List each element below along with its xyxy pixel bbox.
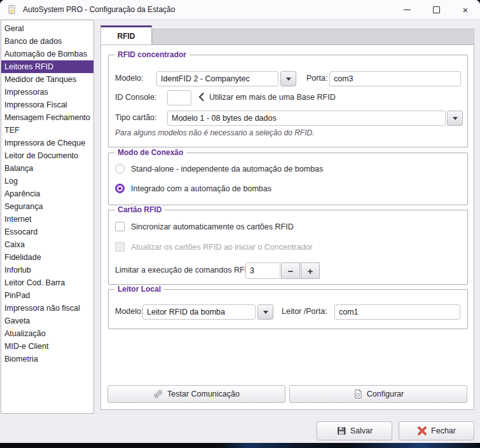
tipo-cartao-combobox[interactable]: Modelo 1 - 08 bytes de dados (167, 111, 446, 126)
sidebar-item-mensagem-fechamento[interactable]: Mensagem Fechamento (1, 111, 93, 124)
rfid-note: Para alguns modelos não é necessario a s… (115, 128, 315, 137)
testar-comunicacao-button[interactable]: Testar Comunicação (107, 385, 285, 403)
id-console-label: ID Console: (115, 93, 156, 102)
sidebar-item-impressora-fiscal[interactable]: Impressora Fiscal (1, 98, 93, 111)
tab-strip (152, 29, 474, 44)
document-gear-icon (353, 389, 363, 399)
sidebar-item-pinpad[interactable]: PinPad (1, 289, 93, 302)
sidebar-item-balanca[interactable]: Balança (1, 162, 93, 175)
radio-stand-alone-label: Stand-alone - independente da automação … (131, 165, 323, 173)
configurar-label: Configurar (367, 390, 404, 398)
sidebar-item-impressoras[interactable]: Impressoras (1, 86, 93, 98)
sidebar-item-mid-e-client[interactable]: MID-e Client (1, 340, 93, 353)
checkbox-icon (115, 242, 125, 252)
sidebar-item-banco-de-dados[interactable]: Banco de dados (1, 35, 93, 48)
sidebar-item-tef[interactable]: TEF (1, 124, 93, 137)
group-modo-conexao: Modo de Conexão Stand-alone - independen… (108, 153, 468, 205)
sidebar-item-seguranca[interactable]: Segurança (1, 200, 93, 213)
leitor-modelo-combobox[interactable]: Leitor RFID da bomba (142, 304, 256, 320)
stepper-minus-button[interactable]: − (281, 262, 300, 279)
minimize-icon (404, 10, 411, 10)
sidebar-item-leitor-cod-barra[interactable]: Leitor Cod. Barra (1, 276, 93, 289)
leitor-porta-input[interactable]: com1 (334, 304, 460, 320)
stepper-plus-button[interactable]: + (301, 262, 320, 279)
sidebar-item-gaveta[interactable]: Gaveta (1, 315, 93, 327)
desktop-edge-strip (0, 443, 480, 448)
maximize-button[interactable] (422, 0, 451, 19)
modelo-label: Modelo: (115, 74, 143, 83)
tipo-cartao-label: Tipo cartão: (115, 113, 157, 122)
leitor-porta-label: Leitor /Porta: (282, 307, 327, 316)
app-window: AutoSystem PRO - Configuração da Estação… (0, 0, 480, 444)
sidebar-item-caixa[interactable]: Caixa (1, 238, 93, 251)
checkbox-sincronizar[interactable]: Sincronizar automaticamente os cartões R… (115, 222, 294, 231)
testar-comunicacao-label: Testar Comunicação (167, 390, 240, 398)
gears-icon (153, 389, 163, 399)
window-title: AutoSystem PRO - Configuração da Estação (23, 5, 175, 14)
id-console-hint: Utilizar em mais de uma Base RFID (209, 93, 336, 102)
modelo-dropdown-button[interactable] (280, 71, 296, 86)
sidebar-item-impressora-de-cheque[interactable]: Impressora de Cheque (1, 137, 93, 149)
checkbox-atualizar[interactable]: Atualizar os cartões RFID ao iniciar o C… (115, 242, 313, 252)
sidebar-item-log[interactable]: Log (1, 175, 93, 187)
titlebar: AutoSystem PRO - Configuração da Estação… (0, 0, 480, 20)
group-cartao-rfid: Cartão RFID Sincronizar automaticamente … (108, 210, 468, 285)
close-x-icon (417, 426, 427, 436)
porta-input[interactable]: com3 (329, 71, 461, 86)
checkbox-icon (115, 222, 125, 231)
group-title-rfid-concentrador: RFID concentrador (114, 50, 189, 59)
salvar-button[interactable]: Salvar (317, 421, 392, 440)
radio-selected-icon (115, 184, 125, 193)
tipo-cartao-dropdown-button[interactable] (447, 111, 463, 126)
radio-integrado[interactable]: Integrado com a automação de bombas (115, 184, 271, 193)
limitar-label: Limitar a execução de comandos RFID: (115, 266, 255, 275)
rfid-settings-panel: RFID concentrador Modelo: IdentFID 2 - C… (100, 44, 474, 410)
leitor-modelo-label: Modelo: (115, 307, 143, 316)
group-title-leitor-local: Leitor Local (114, 285, 164, 294)
configurar-button[interactable]: Configurar (289, 385, 467, 403)
sidebar-item-impressora-nao-fiscal[interactable]: Impressora não fiscal (1, 302, 93, 315)
plus-icon: + (308, 266, 313, 276)
id-console-input[interactable] (167, 90, 191, 105)
chevron-down-icon (263, 311, 268, 314)
group-rfid-concentrador: RFID concentrador Modelo: IdentFID 2 - C… (108, 55, 468, 147)
radio-integrado-label: Integrado com a automação de bombas (131, 184, 271, 193)
fechar-button[interactable]: Fechar (399, 421, 474, 440)
sidebar-item-medidor-de-tanques[interactable]: Medidor de Tanques (1, 73, 93, 86)
minimize-button[interactable] (392, 0, 422, 19)
radio-stand-alone[interactable]: Stand-alone - independente da automação … (115, 164, 323, 173)
group-title-cartao-rfid: Cartão RFID (114, 205, 165, 214)
maximize-icon (433, 6, 440, 13)
sidebar-item-essocard[interactable]: Essocard (1, 226, 93, 238)
sidebar-item-geral[interactable]: Geral (1, 22, 93, 35)
chevron-down-icon (286, 78, 291, 81)
group-leitor-local: Leitor Local Modelo: Leitor RFID da bomb… (108, 289, 468, 329)
settings-sidebar: Geral Banco de dados Automação de Bombas… (1, 20, 94, 414)
tab-rfid[interactable]: RFID (100, 25, 152, 45)
leitor-modelo-dropdown-button[interactable] (257, 304, 273, 320)
sidebar-item-internet[interactable]: Internet (1, 213, 93, 226)
limitar-input[interactable]: 3 (245, 262, 280, 279)
porta-label: Porta: (306, 74, 327, 83)
close-button[interactable]: × (451, 0, 480, 19)
sidebar-item-aparencia[interactable]: Aparência (1, 187, 93, 200)
sidebar-item-leitores-rfid[interactable]: Leitores RFID (1, 60, 93, 73)
app-icon (7, 4, 17, 15)
radio-unselected-icon (115, 164, 125, 173)
checkbox-sincronizar-label: Sincronizar automaticamente os cartões R… (131, 222, 294, 231)
chevron-left-icon (198, 92, 204, 104)
sidebar-item-biometria[interactable]: Biometria (1, 353, 93, 365)
sidebar-item-atualizacao[interactable]: Atualização (1, 327, 93, 340)
salvar-label: Salvar (350, 426, 373, 435)
sidebar-item-fidelidade[interactable]: Fidelidade (1, 251, 93, 264)
sidebar-item-automacao-de-bombas[interactable]: Automação de Bombas (1, 48, 93, 60)
chevron-down-icon (453, 117, 458, 120)
sidebar-item-leitor-de-documento[interactable]: Leitor de Documento (1, 149, 93, 162)
tab-rfid-label: RFID (118, 32, 135, 41)
minus-icon: − (288, 266, 294, 276)
sidebar-item-inforlub[interactable]: Inforlub (1, 264, 93, 276)
group-title-modo-conexao: Modo de Conexão (114, 148, 186, 157)
checkbox-atualizar-label: Atualizar os cartões RFID ao iniciar o C… (131, 243, 313, 252)
fechar-label: Fechar (431, 426, 456, 435)
modelo-combobox[interactable]: IdentFID 2 - Companytec (156, 71, 278, 86)
